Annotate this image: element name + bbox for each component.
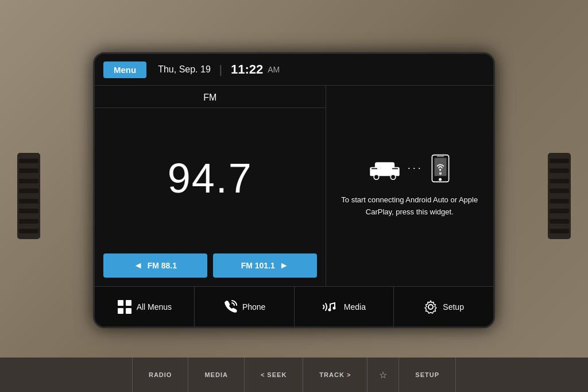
svg-rect-14 — [126, 308, 131, 314]
frequency-number: 94.7 — [168, 155, 253, 202]
svg-rect-5 — [392, 168, 398, 169]
media-physical-button[interactable]: MEDIA — [188, 358, 244, 392]
date-time-separator: | — [219, 63, 222, 76]
seek-physical-button[interactable]: < SEEK — [245, 358, 303, 392]
connection-dots: ··· — [408, 162, 423, 174]
svg-rect-4 — [372, 168, 377, 169]
svg-rect-9 — [437, 156, 444, 157]
phone-nav-icon — [223, 299, 238, 314]
preset-1-label: FM 88.1 — [148, 261, 177, 270]
radio-physical-button[interactable]: RADIO — [132, 358, 188, 392]
svg-rect-1 — [375, 162, 394, 169]
nav-media[interactable]: Media — [295, 287, 394, 326]
phone-icon — [429, 154, 452, 183]
phone-label: Phone — [242, 302, 265, 312]
vent-right — [548, 153, 571, 239]
time-display: 11:22 — [231, 62, 263, 77]
carplay-icons: ··· — [368, 154, 452, 183]
nav-phone[interactable]: Phone — [195, 287, 295, 326]
carplay-description: To start connecting Android Auto or Appl… — [338, 194, 482, 218]
setup-physical-button[interactable]: SETUP — [399, 358, 456, 392]
radio-panel: FM 94.7 ◄ FM 88.1 FM 101.1 ► — [95, 86, 326, 286]
frequency-display: 94.7 — [95, 108, 326, 248]
vent-left — [17, 153, 40, 239]
carplay-widget[interactable]: ··· To start connect — [326, 86, 493, 286]
menu-button[interactable]: Menu — [103, 62, 146, 78]
ampm-display: AM — [268, 65, 280, 74]
svg-point-10 — [439, 169, 441, 171]
preset-button-1[interactable]: ◄ FM 88.1 — [103, 253, 207, 278]
preset-2-label: FM 101.1 — [241, 261, 275, 270]
header-bar: Menu Thu, Sep. 19 | 11:22 AM — [95, 54, 493, 86]
nav-bar: All Menus Phone — [95, 286, 493, 326]
infotainment-screen: Menu Thu, Sep. 19 | 11:22 AM FM 94.7 ◄ F… — [93, 52, 495, 328]
grid-icon — [117, 299, 132, 314]
car-icon — [368, 157, 402, 180]
band-label: FM — [95, 86, 326, 108]
gear-icon — [423, 299, 438, 314]
svg-rect-11 — [118, 300, 123, 306]
nav-all-menus[interactable]: All Menus — [95, 287, 195, 326]
physical-button-bar: RADIO MEDIA < SEEK TRACK > ☆ SETUP — [0, 358, 588, 392]
media-label: Media — [344, 302, 366, 312]
svg-point-17 — [428, 305, 433, 309]
svg-point-3 — [390, 174, 396, 179]
date-display: Thu, Sep. 19 — [158, 64, 211, 75]
nav-setup[interactable]: Setup — [394, 287, 493, 326]
setup-label: Setup — [443, 302, 464, 312]
svg-point-15 — [328, 308, 331, 311]
svg-rect-13 — [118, 308, 123, 314]
track-physical-button[interactable]: TRACK > — [303, 358, 368, 392]
all-menus-label: All Menus — [137, 302, 172, 312]
svg-point-8 — [439, 178, 442, 180]
next-arrow-icon: ► — [280, 260, 289, 271]
car-dashboard: Menu Thu, Sep. 19 | 11:22 AM FM 94.7 ◄ F… — [0, 0, 588, 392]
favorite-button[interactable]: ☆ — [368, 358, 399, 392]
preset-button-2[interactable]: FM 101.1 ► — [213, 253, 317, 278]
svg-rect-12 — [126, 300, 131, 306]
main-content: FM 94.7 ◄ FM 88.1 FM 101.1 ► — [95, 86, 493, 286]
prev-arrow-icon: ◄ — [134, 260, 143, 271]
preset-buttons: ◄ FM 88.1 FM 101.1 ► — [95, 248, 326, 286]
svg-point-2 — [374, 174, 379, 179]
svg-point-16 — [332, 306, 335, 309]
date-time-display: Thu, Sep. 19 | 11:22 AM — [158, 62, 280, 77]
media-icon — [322, 299, 339, 314]
